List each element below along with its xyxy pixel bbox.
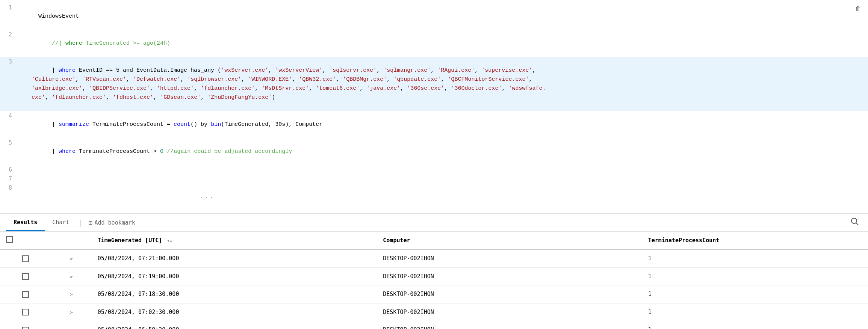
sort-icon[interactable]: ↑↓ bbox=[167, 238, 172, 243]
code-token: , bbox=[150, 85, 157, 92]
row-time: 05/08/2024, 07:19:00.000 bbox=[92, 267, 377, 285]
row-checkbox-cell bbox=[0, 321, 51, 329]
code-token: , bbox=[309, 85, 316, 92]
row-expand-cell[interactable]: > bbox=[51, 249, 92, 267]
ellipsis: ... bbox=[38, 192, 377, 201]
table-row: > 05/08/2024, 07:19:00.000 DESKTOP-002IH… bbox=[0, 267, 868, 285]
code-token: , bbox=[106, 94, 113, 101]
code-string: 'sqlbrowser.exe' bbox=[187, 76, 241, 83]
code-token: () by bbox=[191, 121, 211, 128]
code-string: 'RAgui.exe' bbox=[437, 67, 475, 74]
row-checkbox[interactable] bbox=[22, 273, 29, 280]
chevron-right-icon: > bbox=[70, 309, 73, 315]
code-line-4: 4 | summarize TerminateProcessCount = co… bbox=[0, 111, 868, 138]
header-time-generated[interactable]: TimeGenerated [UTC] ↑↓ bbox=[92, 232, 377, 249]
row-computer: DESKTOP-002IHON bbox=[377, 303, 642, 321]
row-checkbox[interactable] bbox=[22, 309, 29, 315]
search-icon[interactable] bbox=[848, 216, 862, 229]
tab-divider: | bbox=[78, 219, 82, 226]
code-token: TerminateProcessCount > bbox=[76, 148, 160, 155]
tab-chart[interactable]: Chart bbox=[45, 214, 77, 231]
code-line-2: 2 //| where TimeGenerated >= ago(24h) bbox=[0, 30, 868, 57]
code-string: 'fdlauncher.exe' bbox=[52, 94, 106, 101]
row-checkbox-cell bbox=[0, 303, 51, 321]
line-content-5[interactable]: | where TerminateProcessCount > 0 //agai… bbox=[18, 138, 868, 165]
code-token: | bbox=[38, 67, 59, 74]
results-table: TimeGenerated [UTC] ↑↓ Computer Terminat… bbox=[0, 232, 868, 329]
row-computer: DESKTOP-002IHON bbox=[377, 321, 642, 329]
code-token: EventID == 5 and EventData.Image has_any… bbox=[76, 67, 221, 74]
row-checkbox[interactable] bbox=[22, 327, 29, 329]
tab-results[interactable]: Results bbox=[6, 214, 45, 231]
row-expand-cell[interactable]: > bbox=[51, 267, 92, 285]
code-string: 'sqlmangr.exe' bbox=[383, 67, 431, 74]
header-checkbox[interactable] bbox=[6, 236, 13, 243]
line-content-7[interactable] bbox=[18, 174, 868, 183]
row-checkbox-cell bbox=[0, 285, 51, 303]
row-expand-cell[interactable]: > bbox=[51, 303, 92, 321]
code-token: , bbox=[201, 94, 207, 101]
line-number-2: 2 bbox=[0, 30, 18, 39]
code-string: 'fdlauncher.exe' bbox=[201, 85, 255, 92]
row-expand-cell[interactable]: > bbox=[51, 321, 92, 329]
code-token: , bbox=[268, 67, 275, 74]
line-number-8: 8 bbox=[0, 183, 18, 192]
code-string: 'GDscan.exe' bbox=[160, 94, 201, 101]
code-token: , bbox=[441, 76, 448, 83]
code-token: | bbox=[38, 121, 59, 128]
line-content-4[interactable]: | summarize TerminateProcessCount = coun… bbox=[18, 111, 868, 138]
code-token: , bbox=[387, 76, 393, 83]
code-token: | bbox=[38, 148, 59, 155]
code-string: 'axlbridge.exe' bbox=[32, 85, 82, 92]
code-line-3: 3 | where EventID == 5 and EventData.Ima… bbox=[0, 57, 868, 111]
header-checkbox-cell bbox=[0, 232, 51, 249]
code-string: 'wxServerView' bbox=[275, 67, 322, 74]
line-content-8[interactable]: ... bbox=[18, 183, 868, 210]
row-terminate-count: 1 bbox=[642, 267, 868, 285]
tabs-row: Results Chart | ⊡ Add bookmark bbox=[0, 214, 868, 232]
row-terminate-count: 1 bbox=[642, 249, 868, 267]
code-token: , bbox=[336, 76, 343, 83]
code-token: , bbox=[444, 85, 451, 92]
table-row: > 05/08/2024, 07:02:30.000 DESKTOP-002IH… bbox=[0, 303, 868, 321]
row-time: 05/08/2024, 07:21:00.000 bbox=[92, 249, 377, 267]
code-string: 'QBIDPService.exe' bbox=[89, 85, 150, 92]
expand-header-cell bbox=[51, 232, 92, 249]
row-computer: DESKTOP-002IHON bbox=[377, 267, 642, 285]
row-checkbox[interactable] bbox=[22, 255, 29, 262]
code-keyword-where2: where bbox=[59, 148, 76, 155]
add-bookmark-button[interactable]: ⊡ Add bookmark bbox=[84, 216, 140, 229]
code-line-6: 6 bbox=[0, 165, 868, 174]
code-token: , bbox=[377, 67, 383, 74]
code-token: , bbox=[400, 85, 407, 92]
code-string: 'fdhost.exe' bbox=[113, 94, 153, 101]
code-token: , bbox=[360, 85, 366, 92]
collapse-button[interactable]: ⤊ bbox=[855, 5, 860, 12]
line-content-2[interactable]: //| where TimeGenerated >= ago(24h) bbox=[18, 30, 868, 57]
code-string: '360doctor.exe' bbox=[451, 85, 502, 92]
code-string: 'wxServer.exe' bbox=[221, 67, 268, 74]
line-content-6[interactable] bbox=[18, 165, 868, 174]
code-number: 0 bbox=[160, 148, 163, 155]
chevron-right-icon: > bbox=[70, 256, 73, 261]
header-terminate-count: TerminateProcessCount bbox=[642, 232, 868, 249]
results-area: Results Chart | ⊡ Add bookmark bbox=[0, 214, 868, 329]
code-string: 'httpd.exe' bbox=[157, 85, 194, 92]
line-number-7: 7 bbox=[0, 174, 18, 183]
code-string: 'QBDBMgr.exe' bbox=[343, 76, 387, 83]
row-terminate-count: 1 bbox=[642, 303, 868, 321]
code-comment-rest: TimeGenerated >= ago(24h) bbox=[82, 40, 170, 47]
code-keyword-bin: bin bbox=[211, 121, 221, 128]
code-comment-line5: //again could be adjusted accordingly bbox=[167, 148, 292, 155]
row-expand-cell[interactable]: > bbox=[51, 285, 92, 303]
line-content-1[interactable]: WindowsEvent bbox=[18, 3, 868, 30]
table-header-row: TimeGenerated [UTC] ↑↓ Computer Terminat… bbox=[0, 232, 868, 249]
row-checkbox[interactable] bbox=[22, 291, 29, 298]
header-computer: Computer bbox=[377, 232, 642, 249]
line-content-3[interactable]: | where EventID == 5 and EventData.Image… bbox=[18, 57, 868, 111]
code-token bbox=[163, 148, 167, 155]
table-row: > 05/08/2024, 07:18:30.000 DESKTOP-002IH… bbox=[0, 285, 868, 303]
code-token: (TimeGenerated, 30s), Computer bbox=[221, 121, 322, 128]
code-line-5: 5 | where TerminateProcessCount > 0 //ag… bbox=[0, 138, 868, 165]
code-token: ) bbox=[272, 94, 275, 101]
